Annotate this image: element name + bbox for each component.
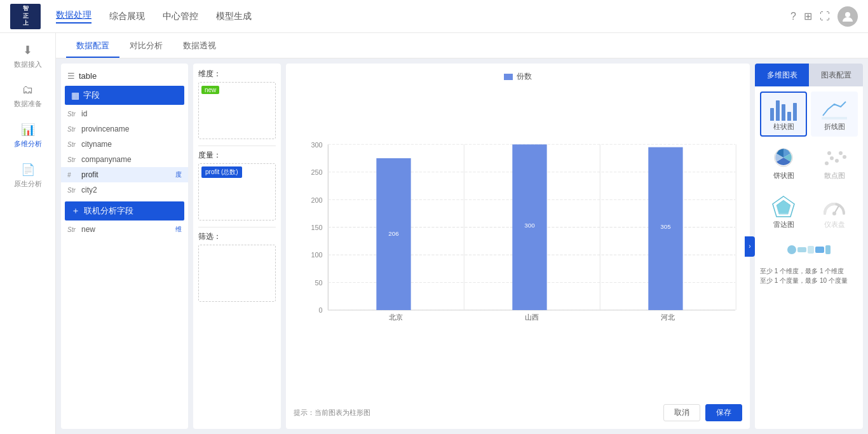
- nav-item-control[interactable]: 中心管控: [163, 11, 198, 22]
- chart-type-pie[interactable]: 饼状图: [760, 140, 807, 186]
- field-type-provincename: Str: [67, 126, 78, 133]
- nav-item-data-processing[interactable]: 数据处理: [56, 10, 92, 24]
- table-icon: ☰: [67, 71, 75, 81]
- svg-point-0: [845, 12, 850, 17]
- field-item-companyname[interactable]: Str companyname: [61, 152, 188, 167]
- left-sidebar: ⬇ 数据接入 🗂 数据准备 📊 多维分析 📄 原生分析: [0, 33, 56, 434]
- data-prepare-icon: 🗂: [22, 83, 34, 97]
- legend-label: 份数: [517, 71, 532, 82]
- chart-type-line[interactable]: 折线图: [811, 92, 858, 137]
- chart-type-radar-label: 雷达图: [773, 220, 794, 229]
- field-item-id[interactable]: Str id: [61, 106, 188, 121]
- chart-type-grid: 柱状图 折线图: [760, 92, 858, 261]
- field-group-icon: ▦: [71, 90, 79, 100]
- tab-chart-config[interactable]: 图表配置: [809, 64, 863, 86]
- table-item[interactable]: ☰ table: [61, 67, 188, 85]
- measure-drop-area[interactable]: profit (总数): [198, 163, 276, 220]
- multidim-icon: 📊: [21, 123, 35, 137]
- linked-item-new[interactable]: Str new 维: [61, 222, 188, 237]
- svg-text:北京: 北京: [389, 313, 403, 321]
- fullscreen-icon[interactable]: ⛶: [820, 11, 830, 22]
- collapse-button[interactable]: ›: [745, 236, 755, 257]
- tab-chart-types[interactable]: 多维图表: [755, 64, 809, 86]
- chart-type-scatter-label: 散点图: [824, 171, 845, 180]
- tab-pivot[interactable]: 数据透视: [173, 35, 226, 58]
- chart-type-scatter[interactable]: 散点图: [811, 140, 858, 186]
- nav-item-model[interactable]: 模型生成: [216, 11, 252, 22]
- right-panel-tabs: 多维图表 图表配置: [755, 64, 863, 86]
- header: 智正上 数据处理 综合展现 中心管控 模型生成 ? ⊞ ⛶: [0, 0, 868, 33]
- chart-type-radar[interactable]: 雷达图: [760, 189, 807, 234]
- logo: 智正上: [10, 4, 41, 29]
- sidebar-item-data-prepare[interactable]: 🗂 数据准备: [0, 76, 55, 115]
- content-area: 数据配置 对比分析 数据透视 ☰ table ▦ 字段: [56, 33, 868, 434]
- right-panel: 多维图表 图表配置: [755, 64, 863, 429]
- chart-type-line-label: 折线图: [824, 122, 845, 132]
- bar-chart-icon: [770, 97, 797, 121]
- chart-area: › 份数 0: [286, 64, 750, 429]
- svg-point-36: [843, 155, 846, 159]
- help-icon[interactable]: ?: [790, 11, 796, 22]
- header-actions: ? ⊞ ⛶: [790, 6, 858, 27]
- svg-marker-29: [822, 117, 847, 119]
- field-panel: ☰ table ▦ 字段 Str id Str provincename: [61, 64, 188, 429]
- settings-icon[interactable]: ⊞: [804, 10, 812, 22]
- gauge-chart-icon: [820, 194, 848, 219]
- save-button[interactable]: 保存: [705, 404, 742, 421]
- svg-point-34: [839, 151, 843, 155]
- chart-type-map[interactable]: [760, 238, 858, 261]
- field-type-city2: Str: [67, 187, 78, 194]
- svg-point-35: [827, 151, 831, 155]
- linked-section-header[interactable]: ＋ 联机分析字段: [65, 201, 184, 220]
- filter-drop-area[interactable]: [198, 245, 276, 302]
- map-chart-icon: [783, 242, 834, 257]
- svg-text:50: 50: [315, 279, 323, 287]
- measure-tag: profit (总数): [201, 166, 242, 178]
- svg-point-33: [835, 159, 839, 163]
- raw-analysis-icon: 📄: [21, 163, 35, 177]
- hint-measure: 至少 1 个度量，最多 10 个度量: [760, 276, 858, 285]
- field-type-cityname: Str: [67, 141, 78, 148]
- chart-type-gauge-label: 仪表盘: [824, 220, 845, 229]
- field-name-id: id: [81, 109, 87, 118]
- svg-marker-39: [776, 200, 790, 214]
- bar-chart-svg: 0 50 100 150 200: [294, 86, 742, 383]
- nav-menu: 数据处理 综合展现 中心管控 模型生成: [56, 0, 790, 32]
- inner-content: ☰ table ▦ 字段 Str id Str provincename: [56, 58, 868, 434]
- cancel-button[interactable]: 取消: [663, 404, 700, 421]
- chart-type-gauge[interactable]: 仪表盘: [811, 189, 858, 234]
- svg-point-32: [830, 156, 834, 160]
- dimension-drop-area[interactable]: new: [198, 82, 276, 139]
- separator-1: [198, 146, 276, 146]
- data-input-icon: ⬇: [23, 43, 32, 57]
- svg-text:300: 300: [311, 141, 322, 149]
- hint-dimension: 至少 1 个维度，最多 1 个维度: [760, 266, 858, 276]
- field-item-cityname[interactable]: Str cityname: [61, 137, 188, 152]
- chart-type-pie-label: 饼状图: [773, 171, 794, 180]
- sidebar-item-raw-analysis[interactable]: 📄 原生分析: [0, 155, 55, 195]
- chart-actions: 取消 保存: [663, 404, 742, 421]
- field-group-header[interactable]: ▦ 字段: [65, 86, 184, 105]
- tab-compare[interactable]: 对比分析: [119, 35, 173, 58]
- svg-text:305: 305: [660, 223, 671, 230]
- field-item-city2[interactable]: Str city2: [61, 182, 188, 198]
- svg-text:300: 300: [524, 222, 535, 229]
- svg-text:山西: 山西: [525, 313, 539, 321]
- sidebar-item-data-input[interactable]: ⬇ 数据接入: [0, 36, 55, 76]
- nav-item-overview[interactable]: 综合展现: [109, 11, 145, 22]
- tab-data-config[interactable]: 数据配置: [66, 35, 119, 58]
- scatter-chart-icon: [820, 146, 848, 170]
- field-item-profit[interactable]: # profit 度: [61, 167, 188, 182]
- avatar[interactable]: [837, 6, 858, 27]
- measure-label: 度量：: [198, 150, 276, 161]
- tabs-bar: 数据配置 对比分析 数据透视: [56, 33, 868, 58]
- sidebar-item-multidim[interactable]: 📊 多维分析: [0, 115, 55, 155]
- field-item-provincename[interactable]: Str provincename: [61, 121, 188, 137]
- field-name-city2: city2: [81, 186, 97, 194]
- linked-icon: ＋: [71, 205, 80, 217]
- right-panel-body: 柱状图 折线图: [755, 86, 863, 429]
- svg-text:206: 206: [388, 230, 398, 237]
- chart-type-bar[interactable]: 柱状图: [760, 92, 807, 137]
- field-name-companyname: companyname: [81, 155, 132, 164]
- field-type-id: Str: [67, 111, 78, 118]
